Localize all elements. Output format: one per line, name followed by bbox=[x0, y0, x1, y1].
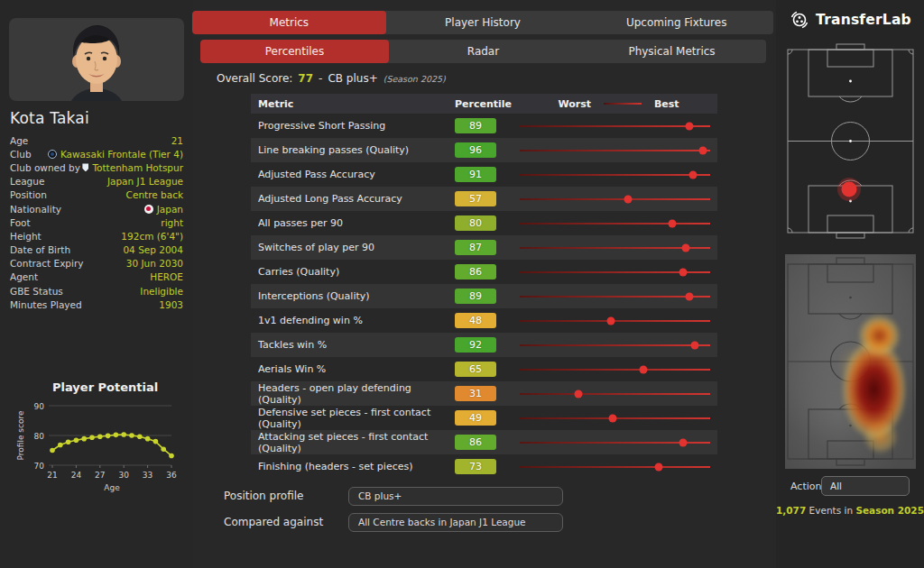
percentile-dot bbox=[655, 463, 663, 471]
percentile-badge: 91 bbox=[455, 167, 496, 182]
percentile-badge: 87 bbox=[455, 240, 496, 255]
player-details-list: Age21ClubKawasaki Frontale (Tier 4)Club … bbox=[10, 133, 183, 311]
kawasaki-frontale-badge-icon bbox=[48, 150, 57, 159]
position-profile-label: Position profile bbox=[224, 490, 303, 502]
percentile-dot bbox=[575, 389, 583, 398]
compared-against-select[interactable]: All Centre backs in Japan J1 League bbox=[348, 513, 563, 532]
svg-text:36: 36 bbox=[166, 471, 177, 480]
tab-radar[interactable]: Radar bbox=[389, 40, 578, 63]
percentile-badge: 65 bbox=[455, 362, 496, 377]
percentile-badge: 86 bbox=[455, 435, 496, 450]
detail-value: 1903 bbox=[159, 299, 183, 310]
percentile-badge: 92 bbox=[455, 337, 496, 353]
detail-label: Agent bbox=[10, 271, 38, 282]
detail-label: Minutes Played bbox=[10, 299, 82, 310]
header-percentile: Percentile bbox=[455, 98, 520, 110]
percentile-track-line bbox=[520, 466, 710, 468]
svg-text:Profile score: Profile score bbox=[16, 410, 25, 460]
percentile-dot bbox=[624, 195, 633, 203]
percentile-track bbox=[520, 333, 710, 357]
svg-text:24: 24 bbox=[71, 471, 82, 480]
detail-label: Foot bbox=[10, 217, 31, 228]
right-panel: TransferLab bbox=[776, 0, 924, 568]
percentile-track-line bbox=[520, 174, 710, 176]
percentile-dot bbox=[609, 414, 617, 422]
percentile-badge-cell: 91 bbox=[455, 167, 520, 182]
detail-value: Ineligible bbox=[140, 286, 183, 297]
action-select[interactable]: All bbox=[821, 476, 910, 496]
tab-percentiles[interactable]: Percentiles bbox=[200, 40, 389, 63]
detail-value: 21 bbox=[171, 135, 183, 146]
position-profile-select[interactable]: CB plus+ bbox=[348, 487, 563, 506]
percentile-badge-cell: 48 bbox=[455, 313, 520, 328]
percentile-dot bbox=[668, 219, 676, 227]
percentile-track-line bbox=[520, 125, 710, 127]
detail-row-club-owned-by: Club owned byTottenham Hotspur bbox=[10, 160, 183, 174]
detail-row-age: Age21 bbox=[10, 133, 183, 147]
overall-score-label: Overall Score: bbox=[217, 72, 292, 85]
tab-physical-metrics[interactable]: Physical Metrics bbox=[578, 40, 766, 63]
main-tab-bar: MetricsPlayer HistoryUpcoming Fixtures bbox=[192, 11, 773, 34]
position-pitch bbox=[785, 41, 916, 247]
percentile-track bbox=[520, 381, 710, 406]
detail-label: Position bbox=[10, 189, 47, 200]
metric-label: Aerials Win % bbox=[258, 363, 455, 375]
svg-text:90: 90 bbox=[34, 402, 45, 411]
detail-row-club: ClubKawasaki Frontale (Tier 4) bbox=[10, 147, 183, 160]
sub-tab-bar: PercentilesRadarPhysical Metrics bbox=[200, 40, 766, 63]
detail-value-text: 04 Sep 2004 bbox=[123, 244, 183, 255]
percentile-track bbox=[520, 138, 710, 162]
percentile-badge-cell: 65 bbox=[455, 362, 520, 377]
percentile-badge: 96 bbox=[455, 142, 496, 158]
detail-value: 04 Sep 2004 bbox=[123, 244, 183, 255]
transferlab-brand: TransferLab bbox=[776, 9, 924, 31]
events-season: Season 2025 bbox=[855, 505, 924, 516]
percentile-badge: 57 bbox=[455, 191, 496, 206]
detail-value-text: 21 bbox=[171, 135, 183, 146]
overall-score-season: (Season 2025) bbox=[383, 74, 446, 84]
tab-metrics[interactable]: Metrics bbox=[192, 11, 386, 34]
detail-row-agent: AgentHEROE bbox=[10, 270, 183, 284]
events-summary: 1,077 Events in Season 2025 bbox=[776, 505, 924, 516]
detail-row-minutes-played: Minutes Played1903 bbox=[10, 298, 183, 311]
metric-label: 1v1 defending win % bbox=[258, 315, 455, 326]
percentile-track bbox=[520, 235, 710, 260]
table-row-finishing-headers-set-pieces: Finishing (headers - set pieces)73 bbox=[251, 454, 717, 479]
percentile-track-line bbox=[520, 296, 710, 298]
detail-row-height: Height192cm (6'4") bbox=[10, 229, 183, 243]
percentile-badge-cell: 86 bbox=[455, 264, 520, 279]
percentiles-table-header: Metric Percentile Worst Best bbox=[251, 94, 717, 114]
svg-text:70: 70 bbox=[34, 462, 45, 471]
detail-row-contract-expiry: Contract Expiry30 Jun 2030 bbox=[10, 257, 183, 270]
metric-label: Adjusted Pass Accuracy bbox=[258, 169, 455, 180]
table-row-switches-of-play-per-90: Switches of play per 9087 bbox=[251, 235, 717, 260]
svg-text:33: 33 bbox=[143, 471, 152, 480]
metric-label: Interceptions (Quality) bbox=[258, 290, 455, 302]
detail-value: right bbox=[161, 217, 183, 228]
detail-value: Japan bbox=[144, 204, 183, 215]
detail-row-foot: Footright bbox=[10, 215, 183, 229]
percentile-badge: 31 bbox=[455, 386, 496, 401]
transferlab-logo-icon bbox=[789, 9, 810, 31]
table-row-carries-quality: Carries (Quality)86 bbox=[251, 260, 717, 284]
svg-text:Age: Age bbox=[104, 483, 120, 492]
detail-value: HEROE bbox=[150, 271, 183, 282]
compared-against-label: Compared against bbox=[224, 516, 323, 528]
detail-label: League bbox=[10, 176, 44, 187]
percentiles-table-body: Progressive Short Passing89Line breaking… bbox=[251, 114, 717, 479]
tab-upcoming-fixtures[interactable]: Upcoming Fixtures bbox=[579, 11, 773, 34]
percentile-badge-cell: 96 bbox=[455, 142, 520, 158]
percentile-track bbox=[520, 114, 710, 138]
table-row-interceptions-quality: Interceptions (Quality)89 bbox=[251, 284, 717, 308]
percentile-badge-cell: 80 bbox=[455, 215, 520, 231]
detail-value-text: 192cm (6'4") bbox=[121, 231, 183, 242]
percentile-dot bbox=[679, 438, 688, 446]
detail-row-date-of-birth: Date of Birth04 Sep 2004 bbox=[10, 243, 183, 257]
table-row-defensive-set-pieces-first-contact-quality: Defensive set pieces - first contact (Qu… bbox=[251, 406, 717, 430]
player-sidebar: Kota Takai Age21ClubKawasaki Frontale (T… bbox=[0, 0, 192, 568]
header-best: Best bbox=[654, 98, 679, 110]
tab-player-history[interactable]: Player History bbox=[386, 11, 580, 34]
detail-value-text: 30 Jun 2030 bbox=[126, 258, 183, 269]
metric-label: Line breaking passes (Quality) bbox=[258, 144, 455, 156]
events-count: 1,077 bbox=[776, 505, 806, 516]
